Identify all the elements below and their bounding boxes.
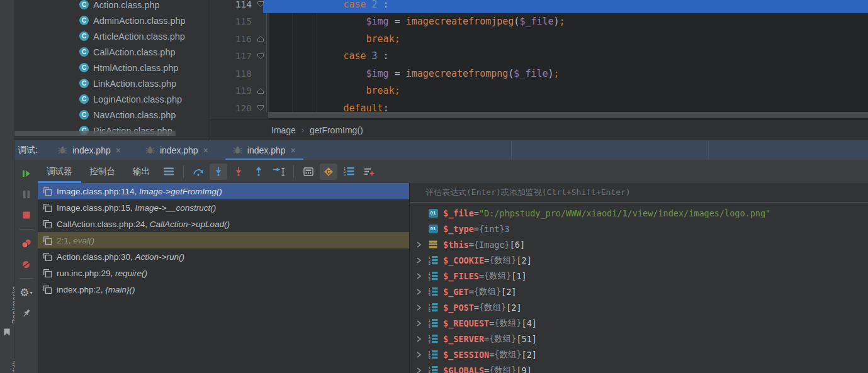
variable-row[interactable]: 123$_GET = {数组} [2]: [410, 284, 868, 299]
debug-tab-3[interactable]: index.php×: [225, 140, 303, 160]
expand-chevron-icon[interactable]: [414, 289, 423, 295]
tree-item[interactable]: CAction.class.php: [14, 0, 210, 13]
pin-button[interactable]: [19, 306, 34, 320]
variable-row[interactable]: 123$_SESSION = {数组} [2]: [410, 347, 868, 362]
tree-item-label: Action.class.php: [93, 0, 160, 10]
fold-marker-icon[interactable]: [252, 104, 269, 111]
view-breakpoints-button[interactable]: [19, 237, 34, 250]
class-icon: C: [79, 94, 93, 104]
toolbar-tab-控制台[interactable]: 控制台: [81, 160, 125, 183]
fold-marker-icon[interactable]: [252, 35, 269, 42]
stop-icon: [23, 211, 30, 219]
tree-item[interactable]: CHtmlAction.class.php: [14, 60, 210, 75]
tree-item[interactable]: CArticleAction.class.php: [14, 28, 210, 44]
code-text[interactable]: $img = imagecreatefromjpeg($_file);: [269, 16, 868, 27]
line-number[interactable]: 116: [210, 34, 252, 44]
code-token: ;: [395, 33, 400, 45]
run-to-cursor-button[interactable]: [270, 164, 288, 180]
expand-chevron-icon[interactable]: [414, 320, 423, 326]
tree-item[interactable]: CCallAction.class.php: [14, 44, 210, 60]
line-number[interactable]: 114: [210, 0, 252, 9]
toolbar-tab-调试器[interactable]: 调试器: [38, 160, 81, 183]
breadcrumb-item-method[interactable]: getFromImg(): [310, 125, 363, 135]
expand-chevron-icon[interactable]: [414, 367, 423, 373]
settings-button[interactable]: ⚙▾: [19, 286, 34, 299]
editor-horizontal-scrollbar[interactable]: [268, 112, 868, 118]
mute-breakpoints-button[interactable]: [19, 257, 34, 271]
resume-button[interactable]: [19, 167, 34, 181]
toolbar-tab-输出[interactable]: 输出: [124, 160, 159, 183]
variable-name: $GLOBALS: [443, 365, 484, 373]
frame-row[interactable]: 2:1, eval(): [38, 232, 409, 248]
code-text[interactable]: break;: [269, 85, 868, 96]
variable-row[interactable]: 123$_FILES = {数组} [1]: [410, 268, 868, 284]
frame-function: Image->getFromImg(): [139, 187, 222, 196]
stop-button[interactable]: [19, 208, 34, 222]
frame-row[interactable]: Image.class.php:15, Image->__construct(): [38, 199, 409, 216]
line-number[interactable]: 119: [210, 86, 252, 96]
code-text[interactable]: $img = imagecreatefrompng($_file);: [269, 68, 868, 79]
tab-close-icon[interactable]: ×: [291, 145, 296, 155]
tree-item[interactable]: CLoginAction.class.php: [14, 91, 210, 107]
debug-tab-1[interactable]: index.php×: [50, 140, 128, 160]
code-text[interactable]: case 3 :: [269, 50, 868, 62]
frame-row[interactable]: Image.class.php:114, Image->getFromImg(): [38, 183, 409, 199]
force-step-into-button[interactable]: [230, 164, 247, 180]
variable-row[interactable]: 123$_REQUEST = {数组} [4]: [410, 315, 868, 331]
frame-row[interactable]: index.php:2, {main}(): [38, 281, 409, 298]
variable-row[interactable]: 123$_SERVER = {数组} [51]: [410, 331, 868, 347]
php-class-icon: C: [322, 165, 335, 178]
frame-row[interactable]: Action.class.php:30, Action->run(): [38, 248, 409, 265]
breadcrumb-item-class[interactable]: Image: [271, 125, 296, 135]
line-number[interactable]: 115: [210, 16, 252, 26]
variable-row[interactable]: 01$_type = {int} 3: [410, 221, 868, 237]
frame-row[interactable]: run.inc.php:29, require(): [38, 265, 409, 281]
variable-row[interactable]: 123$_POST = {数组} [2]: [410, 299, 868, 315]
evaluate-expression-button[interactable]: [300, 164, 317, 180]
tab-close-icon[interactable]: ×: [203, 145, 208, 155]
expand-chevron-icon[interactable]: [414, 273, 423, 279]
variable-row[interactable]: $this = {Image} [6]: [410, 237, 868, 252]
variable-type: {数组}: [484, 270, 511, 282]
code-token: :: [378, 50, 389, 62]
threads-button[interactable]: [160, 164, 178, 180]
line-number[interactable]: 118: [210, 69, 252, 79]
show-values-inline-button[interactable]: 123: [340, 164, 358, 180]
variable-row[interactable]: 123$GLOBALS = {数组} [9]: [410, 362, 868, 373]
tab-close-icon[interactable]: ×: [116, 145, 121, 155]
step-over-button[interactable]: [189, 164, 207, 180]
evaluate-expression-input[interactable]: 评估表达式(Enter)或添加监视(Ctrl+Shift+Enter): [410, 183, 868, 203]
line-number[interactable]: 120: [210, 103, 252, 113]
tree-item[interactable]: CLinkAction.class.php: [14, 75, 210, 91]
expand-chevron-icon[interactable]: [414, 242, 423, 248]
threads-icon: [164, 167, 174, 175]
expand-chevron-icon[interactable]: [414, 352, 423, 358]
frames-panel: Image.class.php:114, Image->getFromImg()…: [38, 183, 409, 373]
code-text[interactable]: break;: [269, 33, 868, 45]
tree-item[interactable]: CNavAction.class.php: [14, 107, 210, 123]
debug-actions-bar: ⚙▾: [14, 160, 38, 373]
pause-button[interactable]: [19, 187, 34, 201]
variable-row[interactable]: 01$_file = "D:/phpstudy_pro/WWW/xiaodi/1…: [410, 205, 868, 221]
debug-tab-2[interactable]: index.php×: [138, 140, 216, 160]
php-class-button[interactable]: C: [320, 164, 337, 180]
svg-text:C: C: [327, 169, 331, 175]
code-token: (: [508, 68, 514, 79]
step-into-button[interactable]: [210, 164, 227, 180]
variable-row[interactable]: 123$_COOKIE = {数组} [2]: [410, 252, 868, 268]
tree-item[interactable]: CAdminAction.class.php: [14, 13, 210, 28]
variable-type: {数组}: [474, 286, 501, 298]
frame-row[interactable]: CallAction.class.php:24, CallAction->upL…: [38, 216, 409, 232]
expand-chevron-icon[interactable]: [414, 257, 423, 264]
variable-value: 3: [505, 224, 510, 234]
fold-marker-icon[interactable]: [252, 1, 269, 8]
fold-marker-icon[interactable]: [252, 53, 269, 60]
new-watch-button[interactable]: [360, 164, 378, 180]
expand-chevron-icon[interactable]: [414, 336, 423, 342]
code-text[interactable]: case 2 :: [269, 0, 868, 10]
tree-horizontal-scrollbar[interactable]: [14, 131, 176, 136]
line-number[interactable]: 117: [210, 51, 252, 61]
step-out-button[interactable]: [250, 164, 268, 180]
expand-chevron-icon[interactable]: [414, 304, 423, 311]
fold-marker-icon[interactable]: [252, 87, 269, 94]
